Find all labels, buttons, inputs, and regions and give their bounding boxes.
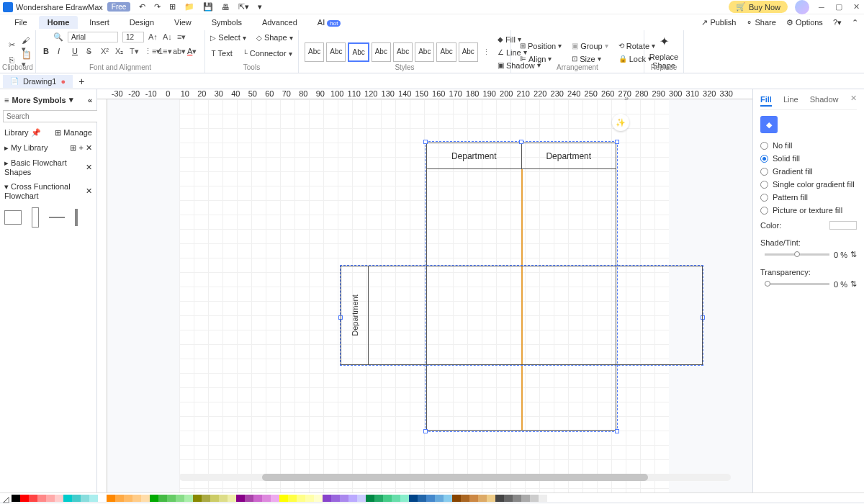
palette-swatch[interactable] (426, 495, 435, 502)
palette-swatch[interactable] (374, 495, 383, 502)
my-library-item[interactable]: ▸ My Library⊞ + ✕ (3, 140, 94, 156)
palette-swatch[interactable] (314, 495, 323, 502)
align-icon[interactable]: ≡▾ (177, 32, 187, 42)
gradient-fill-radio[interactable] (760, 168, 768, 176)
palette-swatch[interactable] (392, 495, 400, 502)
palette-swatch[interactable] (539, 495, 547, 502)
palette-swatch[interactable] (176, 495, 184, 502)
trans-slider[interactable] (765, 283, 829, 285)
fill-bucket-icon[interactable]: ◆ (760, 116, 778, 133)
group-button[interactable]: ▣ Group▾ (569, 40, 611, 52)
replace-shape-icon[interactable]: ✦ (660, 35, 669, 48)
palette-swatch[interactable] (236, 495, 245, 502)
palette-swatch[interactable] (331, 495, 340, 502)
palette-swatch[interactable] (262, 495, 271, 502)
palette-swatch[interactable] (115, 495, 124, 502)
palette-swatch[interactable] (383, 495, 392, 502)
palette-swatch[interactable] (340, 495, 348, 502)
case-icon[interactable]: T▾ (130, 47, 140, 57)
italic-icon[interactable]: I (58, 47, 68, 57)
palette-swatch[interactable] (478, 495, 487, 502)
close-panel-icon[interactable]: ✕ (850, 94, 857, 107)
palette-swatch[interactable] (20, 495, 29, 502)
palette-swatch[interactable] (202, 495, 210, 502)
palette-swatch[interactable] (132, 495, 141, 502)
palette-swatch[interactable] (366, 495, 374, 502)
palette-swatch[interactable] (219, 495, 228, 502)
connector-button[interactable]: └ Connector▾ (240, 48, 295, 59)
position-button[interactable]: ⊞ Position▾ (517, 40, 564, 52)
palette-swatch[interactable] (348, 495, 357, 502)
bullets-icon[interactable]: ⋮≡▾ (144, 47, 154, 57)
palette-swatch[interactable] (409, 495, 418, 502)
palette-swatch[interactable] (435, 495, 444, 502)
palette-swatch[interactable] (305, 495, 314, 502)
style-preset-4[interactable]: Abc (372, 42, 391, 62)
format-painter-icon[interactable]: 🖌▾ (22, 40, 33, 51)
palette-swatch[interactable] (55, 495, 63, 502)
font-size-input[interactable] (122, 32, 144, 42)
vertical-swimlane[interactable]: Department (340, 265, 703, 366)
bold-icon[interactable]: B (43, 47, 53, 57)
palette-swatch[interactable] (288, 495, 297, 502)
shape-button[interactable]: ◇ Shape▾ (253, 32, 296, 43)
publish-link[interactable]: ↗ Publish (701, 18, 736, 27)
palette-swatch[interactable] (452, 495, 461, 502)
menu-home[interactable]: Home (39, 16, 78, 29)
palette-swatch[interactable] (98, 495, 107, 502)
save-icon[interactable]: 💾 (203, 2, 213, 12)
palette-swatch[interactable] (37, 495, 46, 502)
buy-now-button[interactable]: 🛒 Buy Now (729, 1, 788, 13)
palette-swatch[interactable] (63, 495, 72, 502)
palette-swatch[interactable] (141, 495, 150, 502)
fill-tab[interactable]: Fill (760, 94, 772, 107)
font-color-icon[interactable]: A▾ (187, 47, 197, 57)
menu-symbols[interactable]: Symbols (203, 16, 251, 29)
palette-swatch[interactable] (504, 495, 513, 502)
maximize-icon[interactable]: ▢ (834, 2, 844, 12)
palette-swatch[interactable] (72, 495, 81, 502)
menu-view[interactable]: View (166, 16, 200, 29)
subscript-icon[interactable]: X₂ (115, 47, 125, 57)
palette-swatch[interactable] (81, 495, 89, 502)
palette-swatch[interactable] (245, 495, 253, 502)
user-avatar[interactable] (795, 0, 809, 14)
swimlane-row-label[interactable]: Department (351, 294, 359, 336)
single-gradient-radio[interactable] (760, 181, 768, 189)
font-name-input[interactable] (68, 32, 118, 42)
collapse-right-icon[interactable]: » (624, 94, 639, 104)
close-icon[interactable]: ✕ (851, 2, 861, 12)
palette-swatch[interactable] (184, 495, 193, 502)
palette-swatch[interactable] (444, 495, 452, 502)
paper[interactable]: Department Department Department ✨ (179, 99, 669, 492)
style-preset-5[interactable]: Abc (393, 42, 413, 62)
palette-swatch[interactable] (124, 495, 132, 502)
palette-swatch[interactable] (158, 495, 167, 502)
style-preset-2[interactable]: Abc (326, 42, 346, 62)
palette-swatch[interactable] (271, 495, 279, 502)
style-preset-8[interactable]: Abc (459, 42, 478, 62)
print-icon[interactable]: 🖶 (222, 3, 230, 12)
canvas[interactable]: Department Department Department ✨ (107, 99, 752, 492)
palette-swatch[interactable] (46, 495, 55, 502)
help-icon[interactable]: ?▾ (833, 18, 842, 27)
highlight-icon[interactable]: ab▾ (173, 47, 183, 57)
superscript-icon[interactable]: X² (101, 47, 111, 57)
style-more-icon[interactable]: ⋮ (482, 48, 490, 57)
palette-swatch[interactable] (513, 495, 521, 502)
shade-slider[interactable] (765, 253, 829, 256)
palette-swatch[interactable] (495, 495, 504, 502)
palette-swatch[interactable] (279, 495, 288, 502)
shape-thumb-3[interactable] (49, 217, 65, 218)
select-button[interactable]: ▷ Select▾ (207, 32, 249, 43)
menu-file[interactable]: File (6, 16, 36, 29)
increase-font-icon[interactable]: A↑ (148, 32, 158, 42)
palette-swatch[interactable] (297, 495, 305, 502)
minimize-icon[interactable]: ─ (816, 2, 827, 12)
undo-icon[interactable]: ↶ (139, 2, 145, 12)
line-tab[interactable]: Line (783, 94, 798, 107)
palette-swatch[interactable] (12, 495, 20, 502)
palette-swatch[interactable] (469, 495, 478, 502)
palette-swatch[interactable] (210, 495, 219, 502)
menu-ai[interactable]: AI hot (309, 16, 350, 29)
